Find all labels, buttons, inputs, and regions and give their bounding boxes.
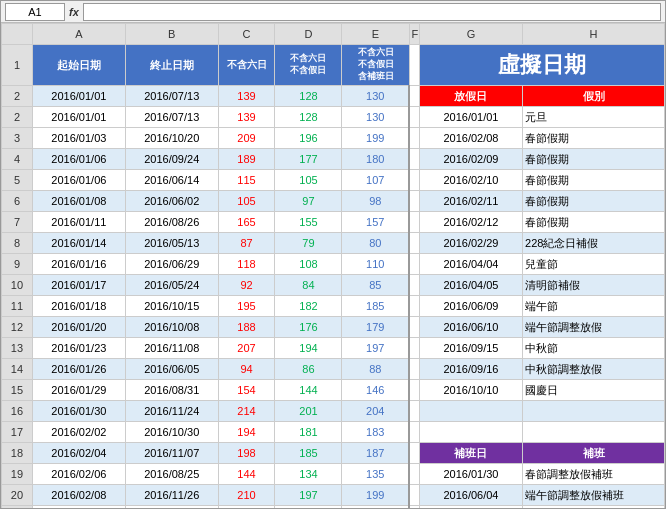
cell-g-21[interactable]: 2016/09/10 — [419, 506, 522, 509]
cell-b-18[interactable]: 2016/11/07 — [125, 443, 218, 464]
cell-h-16[interactable] — [523, 401, 665, 422]
cell-a-3[interactable]: 2016/01/03 — [32, 128, 125, 149]
cell-h-13[interactable]: 中秋節 — [523, 338, 665, 359]
cell-b-9[interactable]: 2016/06/29 — [125, 254, 218, 275]
cell-e-3[interactable]: 199 — [342, 128, 409, 149]
formula-input[interactable] — [83, 3, 661, 21]
cell-d-15[interactable]: 144 — [275, 380, 342, 401]
cell-h-6[interactable]: 春節假期 — [523, 191, 665, 212]
cell-h-3[interactable]: 春節假期 — [523, 128, 665, 149]
cell-g-17[interactable] — [419, 422, 522, 443]
cell-e-15[interactable]: 146 — [342, 380, 409, 401]
cell-a-11[interactable]: 2016/01/18 — [32, 296, 125, 317]
cell-g-15[interactable]: 2016/10/10 — [419, 380, 522, 401]
cell-g-19[interactable]: 2016/01/30 — [419, 464, 522, 485]
cell-b-8[interactable]: 2016/05/13 — [125, 233, 218, 254]
cell-d-21[interactable]: 178 — [275, 506, 342, 509]
cell-h-18[interactable]: 補班 — [523, 443, 665, 464]
cell-a-2[interactable]: 2016/01/01 — [32, 86, 125, 107]
cell-d-8[interactable]: 79 — [275, 233, 342, 254]
cell-g-6[interactable]: 2016/02/11 — [419, 191, 522, 212]
cell-h-20[interactable]: 端午節調整放假補班 — [523, 485, 665, 506]
cell-h-11[interactable]: 端午節 — [523, 296, 665, 317]
cell-a-4[interactable]: 2016/01/06 — [32, 149, 125, 170]
cell-g-12[interactable]: 2016/06/10 — [419, 317, 522, 338]
cell-d-4[interactable]: 177 — [275, 149, 342, 170]
cell-c-10[interactable]: 92 — [218, 275, 275, 296]
cell-c-15[interactable]: 154 — [218, 380, 275, 401]
cell-d-18[interactable]: 185 — [275, 443, 342, 464]
cell-c-6[interactable]: 105 — [218, 191, 275, 212]
cell-a-16[interactable]: 2016/01/30 — [32, 401, 125, 422]
cell-d-17[interactable]: 181 — [275, 422, 342, 443]
cell-e-20[interactable]: 199 — [342, 485, 409, 506]
cell-r2-8[interactable]: 元旦 — [523, 107, 665, 128]
cell-h-9[interactable]: 兒童節 — [523, 254, 665, 275]
cell-r2-2[interactable]: 2016/07/13 — [125, 107, 218, 128]
cell-e-10[interactable]: 85 — [342, 275, 409, 296]
cell-d-11[interactable]: 182 — [275, 296, 342, 317]
cell-c-18[interactable]: 198 — [218, 443, 275, 464]
cell-d-9[interactable]: 108 — [275, 254, 342, 275]
cell-a-10[interactable]: 2016/01/17 — [32, 275, 125, 296]
cell-c-8[interactable]: 87 — [218, 233, 275, 254]
cell-b-15[interactable]: 2016/08/31 — [125, 380, 218, 401]
cell-a-21[interactable]: 2016/02/09 — [32, 506, 125, 509]
cell-b-10[interactable]: 2016/05/24 — [125, 275, 218, 296]
cell-d-3[interactable]: 196 — [275, 128, 342, 149]
cell-r2-4[interactable]: 128 — [275, 107, 342, 128]
cell-b-14[interactable]: 2016/06/05 — [125, 359, 218, 380]
cell-g-13[interactable]: 2016/09/15 — [419, 338, 522, 359]
cell-a-7[interactable]: 2016/01/11 — [32, 212, 125, 233]
cell-e-4[interactable]: 180 — [342, 149, 409, 170]
cell-r2-5[interactable]: 130 — [342, 107, 409, 128]
cell-h-17[interactable] — [523, 422, 665, 443]
cell-c-16[interactable]: 214 — [218, 401, 275, 422]
col-header-G[interactable]: G — [419, 24, 522, 45]
cell-e-17[interactable]: 183 — [342, 422, 409, 443]
cell-a-9[interactable]: 2016/01/16 — [32, 254, 125, 275]
cell-e-19[interactable]: 135 — [342, 464, 409, 485]
cell-b-13[interactable]: 2016/11/08 — [125, 338, 218, 359]
cell-g-14[interactable]: 2016/09/16 — [419, 359, 522, 380]
cell-d-12[interactable]: 176 — [275, 317, 342, 338]
cell-a-14[interactable]: 2016/01/26 — [32, 359, 125, 380]
cell-r2-1[interactable]: 2016/01/01 — [32, 107, 125, 128]
cell-a-6[interactable]: 2016/01/08 — [32, 191, 125, 212]
cell-e-16[interactable]: 204 — [342, 401, 409, 422]
cell-e-7[interactable]: 157 — [342, 212, 409, 233]
cell-r2-7[interactable]: 2016/01/01 — [419, 107, 522, 128]
cell-e-21[interactable]: 180 — [342, 506, 409, 509]
col-header-H[interactable]: H — [523, 24, 665, 45]
cell-a-18[interactable]: 2016/02/04 — [32, 443, 125, 464]
cell-a-8[interactable]: 2016/01/14 — [32, 233, 125, 254]
cell-b-11[interactable]: 2016/10/15 — [125, 296, 218, 317]
cell-c-19[interactable]: 144 — [218, 464, 275, 485]
cell-e-12[interactable]: 179 — [342, 317, 409, 338]
col-header-C[interactable]: C — [218, 24, 275, 45]
col-header-D[interactable]: D — [275, 24, 342, 45]
cell-g-2[interactable]: 放假日 — [419, 86, 522, 107]
cell-r2-6[interactable] — [409, 107, 419, 128]
cell-h-15[interactable]: 國慶日 — [523, 380, 665, 401]
name-box[interactable] — [5, 3, 65, 21]
cell-e-11[interactable]: 185 — [342, 296, 409, 317]
col-header-A[interactable]: A — [32, 24, 125, 45]
cell-a-12[interactable]: 2016/01/20 — [32, 317, 125, 338]
cell-e-9[interactable]: 110 — [342, 254, 409, 275]
cell-c-5[interactable]: 115 — [218, 170, 275, 191]
cell-g-16[interactable] — [419, 401, 522, 422]
cell-a-19[interactable]: 2016/02/06 — [32, 464, 125, 485]
cell-d-19[interactable]: 134 — [275, 464, 342, 485]
cell-g-20[interactable]: 2016/06/04 — [419, 485, 522, 506]
cell-d-16[interactable]: 201 — [275, 401, 342, 422]
cell-a-5[interactable]: 2016/01/06 — [32, 170, 125, 191]
cell-h-21[interactable]: 中秋節調整放假補班 — [523, 506, 665, 509]
cell-c-11[interactable]: 195 — [218, 296, 275, 317]
cell-e-8[interactable]: 80 — [342, 233, 409, 254]
cell-b-12[interactable]: 2016/10/08 — [125, 317, 218, 338]
cell-e-13[interactable]: 197 — [342, 338, 409, 359]
cell-h-14[interactable]: 中秋節調整放假 — [523, 359, 665, 380]
cell-r2-3[interactable]: 139 — [218, 107, 275, 128]
cell-d-5[interactable]: 105 — [275, 170, 342, 191]
